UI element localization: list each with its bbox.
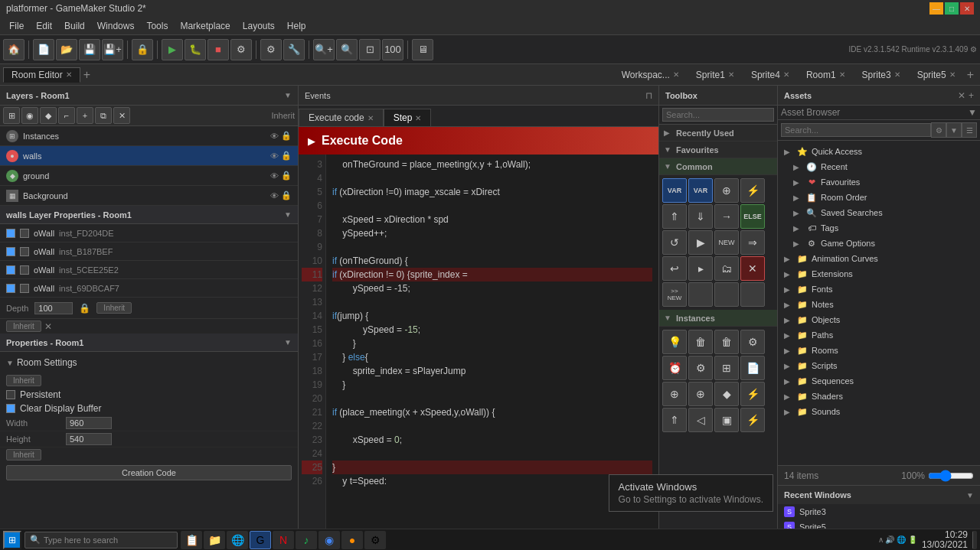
- save-all-button[interactable]: 💾+: [102, 39, 123, 60]
- sprite3-tab-close[interactable]: ✕: [894, 70, 900, 79]
- tool-17[interactable]: >>NEW: [662, 282, 687, 307]
- inst-tool-16[interactable]: ⚡: [740, 408, 765, 432]
- sprite4-tab[interactable]: Sprite4 ✕: [743, 67, 798, 83]
- ground-eye[interactable]: 👁: [270, 171, 279, 181]
- recently-used-section-header[interactable]: ▶ Recently Used: [659, 125, 777, 142]
- menu-tools[interactable]: Tools: [140, 19, 174, 33]
- tool-7[interactable]: →: [714, 204, 739, 229]
- favourites-section-header[interactable]: ▼ Favourites: [659, 142, 777, 158]
- assets-filter-btn[interactable]: ▼: [946, 122, 962, 138]
- tree-paths[interactable]: ▶ 📁 Paths: [778, 327, 980, 343]
- obj-check-2[interactable]: [6, 265, 15, 275]
- tree-rooms[interactable]: ▶ 📁 Rooms: [778, 343, 980, 358]
- taskbar-app-2[interactable]: 📁: [204, 531, 225, 549]
- execute-code-tab[interactable]: Execute code ✕: [299, 109, 384, 126]
- maximize-button[interactable]: □: [945, 2, 959, 15]
- taskbar-app-edge[interactable]: 🌐: [227, 531, 248, 549]
- step-tab[interactable]: Step ✕: [384, 109, 432, 126]
- layer-walls[interactable]: ● walls 👁 🔒: [0, 146, 298, 166]
- settings-button[interactable]: ⚙: [260, 39, 282, 60]
- tool-10[interactable]: ▶: [688, 230, 713, 255]
- inst-tool-10[interactable]: ⊕: [688, 382, 713, 406]
- taskbar-app-orange[interactable]: ●: [341, 531, 363, 549]
- layer-ground[interactable]: ◆ ground 👁 🔒: [0, 166, 298, 186]
- menu-help[interactable]: Help: [281, 19, 312, 33]
- inst-tool-4[interactable]: ⚙: [740, 330, 765, 354]
- tool-4[interactable]: ⚡: [740, 178, 765, 203]
- taskbar-app-1[interactable]: 📋: [181, 531, 202, 549]
- tree-tags[interactable]: ▶ 🏷 Tags: [778, 220, 980, 236]
- tree-recent[interactable]: ▶ 🕐 Recent: [778, 159, 980, 174]
- tree-room-order[interactable]: ▶ 📋 Room Order: [778, 190, 980, 205]
- tool-3[interactable]: ⊕: [714, 178, 739, 203]
- assets-close-btn[interactable]: ✕: [958, 90, 965, 101]
- menu-layouts[interactable]: Layouts: [237, 19, 281, 33]
- sprite5-tab-close[interactable]: ✕: [949, 70, 956, 79]
- room1-tab-close[interactable]: ✕: [839, 70, 845, 79]
- tree-notes[interactable]: ▶ 📁 Notes: [778, 297, 980, 312]
- tool-else[interactable]: ELSE: [740, 204, 765, 229]
- debug-button[interactable]: 🐛: [185, 39, 206, 60]
- start-button[interactable]: ⊞: [3, 531, 21, 549]
- table-row[interactable]: oWall inst_5CEE25E2: [0, 261, 298, 279]
- tree-animation-curves[interactable]: ▶ 📁 Animation Curves: [778, 251, 980, 266]
- tool-var1[interactable]: VAR: [662, 178, 687, 203]
- obj-check-0[interactable]: [6, 229, 15, 238]
- taskbar-app-settings[interactable]: ⚙: [364, 531, 386, 549]
- menu-marketplace[interactable]: Marketplace: [174, 19, 236, 33]
- step-tab-close[interactable]: ✕: [415, 114, 421, 122]
- inst-tool-2[interactable]: 🗑: [688, 330, 713, 354]
- layer-instances[interactable]: ⊞ Instances 👁 🔒: [0, 126, 298, 146]
- sprite5-tab[interactable]: Sprite5 ✕: [909, 67, 964, 83]
- inherit-clear-icon[interactable]: ✕: [44, 321, 52, 332]
- tool-15[interactable]: 🗂: [714, 256, 739, 281]
- tool-20[interactable]: [740, 282, 765, 307]
- inst-tool-12[interactable]: ⚡: [740, 382, 765, 406]
- props-arrow[interactable]: ▼: [284, 338, 292, 347]
- instances-eye[interactable]: 👁: [270, 132, 279, 141]
- taskbar-app-netflix[interactable]: N: [273, 531, 294, 549]
- taskbar-app-spotify[interactable]: ♪: [296, 531, 317, 549]
- close-button[interactable]: ✕: [960, 2, 974, 15]
- tool-14[interactable]: ▸: [688, 256, 713, 281]
- minimize-button[interactable]: —: [929, 2, 943, 15]
- props-inherit-btn2[interactable]: Inherit: [6, 449, 41, 461]
- depth-inherit-btn[interactable]: Inherit: [96, 302, 132, 314]
- walls-lock[interactable]: 🔒: [281, 151, 292, 161]
- build-button[interactable]: ⚙: [230, 39, 252, 60]
- prefs-button[interactable]: 🔧: [283, 39, 305, 60]
- tree-scripts[interactable]: ▶ 📁 Scripts: [778, 358, 980, 373]
- tree-saved-searches[interactable]: ▶ 🔍 Saved Searches: [778, 205, 980, 220]
- bg-lock[interactable]: 🔒: [281, 190, 292, 200]
- assets-add-btn[interactable]: +: [969, 90, 974, 101]
- menu-windows[interactable]: Windows: [91, 19, 141, 33]
- room-settings-header[interactable]: ▼ Room Settings: [6, 355, 292, 370]
- tool-9[interactable]: ↺: [662, 230, 687, 255]
- assets-zoom-slider[interactable]: [928, 471, 974, 480]
- room-editor-tab[interactable]: Room Editor ✕: [3, 67, 80, 83]
- layer-tool-dup[interactable]: ⧉: [95, 107, 112, 124]
- inst-tool-3[interactable]: 🗑: [714, 330, 739, 354]
- instances-lock[interactable]: 🔒: [281, 131, 292, 141]
- stop-button[interactable]: ■: [207, 39, 229, 60]
- menu-file[interactable]: File: [3, 19, 30, 33]
- tree-sounds[interactable]: ▶ 📁 Sounds: [778, 404, 980, 419]
- inst-tool-6[interactable]: ⚙: [688, 356, 713, 380]
- tree-quick-access[interactable]: ▶ ⭐ Quick Access: [778, 144, 980, 159]
- workspace-tab-close[interactable]: ✕: [673, 70, 679, 79]
- inst-tool-11[interactable]: ◆: [714, 382, 739, 406]
- tree-sequences[interactable]: ▶ 📁 Sequences: [778, 373, 980, 389]
- sprite1-tab[interactable]: Sprite1 ✕: [688, 67, 743, 83]
- tree-favourites[interactable]: ▶ ❤ Favourites: [778, 174, 980, 190]
- room1-tab[interactable]: Room1 ✕: [798, 67, 854, 83]
- table-row[interactable]: oWall inst_69DBCAF7: [0, 279, 298, 298]
- layers-arrow[interactable]: ▼: [284, 91, 292, 99]
- instances-section-header[interactable]: ▼ Instances: [659, 310, 777, 327]
- tree-shaders[interactable]: ▶ 📁 Shaders: [778, 389, 980, 404]
- monitor-button[interactable]: 🖥: [412, 39, 433, 60]
- inst-tool-1[interactable]: 💡: [662, 330, 687, 354]
- tool-12[interactable]: ⇒: [740, 230, 765, 255]
- recent-sprite3[interactable]: S Sprite3: [778, 504, 980, 519]
- execute-code-tab-close[interactable]: ✕: [368, 114, 374, 122]
- events-label[interactable]: Events: [305, 91, 331, 100]
